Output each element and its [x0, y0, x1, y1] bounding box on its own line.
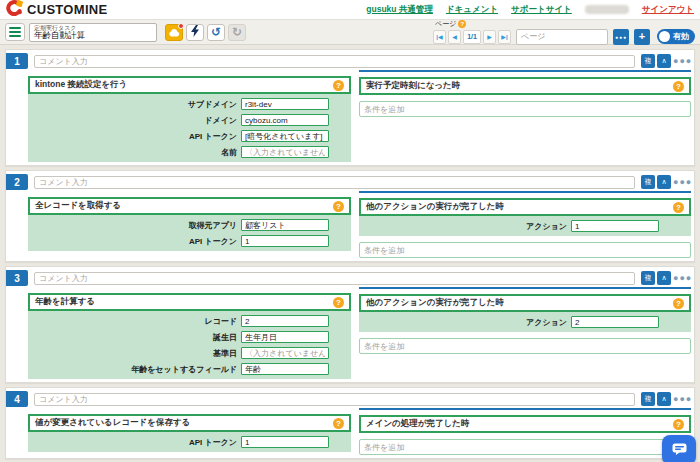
- first-page-button[interactable]: |◀: [433, 30, 446, 44]
- action-number-badge: 3: [6, 270, 28, 286]
- action-section-3: 3 複 ∧ ●●● 年齢を計算する ? レコード 誕生日 基準日: [5, 266, 695, 383]
- redo-icon: ↻: [232, 25, 242, 39]
- page-more-button[interactable]: ●●●: [613, 29, 629, 45]
- nav-link-gusuku-admin[interactable]: gusuku 共通管理: [366, 4, 433, 16]
- help-icon[interactable]: ?: [333, 201, 344, 212]
- redo-button[interactable]: ↻: [228, 24, 246, 41]
- help-icon[interactable]: ?: [333, 418, 344, 429]
- task-name-field[interactable]: 定期実行タスク 年齢自動計算: [29, 23, 157, 42]
- trigger-title: 他のアクションの実行が完了した時: [366, 201, 504, 213]
- duplicate-button[interactable]: 複: [641, 54, 655, 68]
- field-label: 年齢をセットするフィールド: [28, 364, 237, 375]
- condition-input[interactable]: [359, 338, 691, 354]
- field-label: レコード: [28, 316, 237, 327]
- page-indicator: 1/1: [463, 30, 481, 44]
- name-input[interactable]: [241, 146, 329, 158]
- duplicate-button[interactable]: 複: [641, 271, 655, 285]
- page-select[interactable]: ページ: [516, 29, 608, 45]
- section-menu-button[interactable]: ●●●: [673, 177, 691, 187]
- chat-widget-button[interactable]: [662, 435, 696, 462]
- collapse-button[interactable]: ∧: [657, 392, 671, 406]
- action-card: 値が変更されているレコードを保存する ? API トークン: [28, 414, 351, 452]
- nav-link-documents[interactable]: ドキュメント: [446, 4, 498, 16]
- action-title: 値が変更されているレコードを保存する: [35, 417, 190, 429]
- field-label: API トークン: [28, 236, 237, 247]
- notification-dot: [178, 23, 184, 29]
- comment-input[interactable]: [34, 55, 635, 68]
- help-icon[interactable]: ?: [673, 81, 684, 92]
- page-help-icon[interactable]: ?: [458, 20, 466, 28]
- birthday-input[interactable]: [241, 331, 329, 343]
- notification-button[interactable]: [165, 24, 183, 41]
- lightning-icon: [191, 23, 200, 41]
- duplicate-button[interactable]: 複: [641, 392, 655, 406]
- nav-link-support[interactable]: サポートサイト: [511, 4, 572, 16]
- prev-page-button[interactable]: ◀: [448, 30, 461, 44]
- toggle-knob: [659, 31, 670, 42]
- help-icon[interactable]: ?: [673, 419, 684, 430]
- action-number-badge: 2: [6, 174, 28, 190]
- collapse-button[interactable]: ∧: [657, 54, 671, 68]
- page-add-button[interactable]: +: [634, 29, 650, 45]
- header-nav: gusuku 共通管理 ドキュメント サポートサイト サインアウト: [366, 4, 694, 16]
- trigger-action-input[interactable]: [571, 316, 659, 328]
- field-label: 名前: [28, 147, 237, 158]
- help-icon[interactable]: ?: [673, 202, 684, 213]
- undo-icon: ↺: [211, 25, 221, 39]
- section-menu-button[interactable]: ●●●: [673, 56, 691, 66]
- task-name-value: 年齢自動計算: [34, 31, 152, 40]
- help-icon[interactable]: ?: [673, 298, 684, 309]
- api-token-input[interactable]: [241, 130, 329, 142]
- chat-bubble-icon: [672, 441, 687, 459]
- source-app-input[interactable]: [241, 219, 329, 231]
- record-input[interactable]: [241, 315, 329, 327]
- trigger-card: 他のアクションの実行が完了した時 ? アクション: [359, 294, 691, 332]
- field-label: 誕生日: [28, 332, 237, 343]
- section-menu-button[interactable]: ●●●: [673, 273, 691, 283]
- customine-logo-icon: [6, 0, 23, 20]
- action-title: 全レコードを取得する: [35, 200, 121, 212]
- domain-input[interactable]: [241, 114, 329, 126]
- action-section-4: 4 複 ∧ ●●● 値が変更されているレコードを保存する ? API トークン: [5, 387, 695, 459]
- last-page-button[interactable]: ▶|: [498, 30, 511, 44]
- age-field-input[interactable]: [241, 363, 329, 375]
- trigger-title: 実行予定時刻になった時: [366, 80, 460, 92]
- condition-input[interactable]: [359, 242, 691, 258]
- enabled-toggle[interactable]: 有効: [657, 29, 695, 44]
- action-section-2: 2 複 ∧ ●●● 全レコードを取得する ? 取得元アプリ API トークン: [5, 170, 695, 262]
- comment-input[interactable]: [34, 176, 635, 189]
- action-card: kintone 接続設定を行う ? サブドメイン ドメイン API トークン 名…: [28, 76, 351, 162]
- comment-input[interactable]: [34, 393, 635, 406]
- trigger-card: 他のアクションの実行が完了した時 ? アクション: [359, 198, 691, 236]
- trigger-title: 他のアクションの実行が完了した時: [366, 297, 504, 309]
- field-label: 取得元アプリ: [28, 220, 237, 231]
- user-name-redacted: [585, 5, 629, 14]
- help-icon[interactable]: ?: [333, 297, 344, 308]
- menu-button[interactable]: [5, 23, 25, 41]
- action-card: 全レコードを取得する ? 取得元アプリ API トークン: [28, 197, 351, 251]
- field-label: アクション: [359, 221, 567, 232]
- condition-input[interactable]: [359, 439, 691, 455]
- duplicate-button[interactable]: 複: [641, 175, 655, 189]
- action-list: 1 複 ∧ ●●● kintone 接続設定を行う ? サブドメイン ドメイン: [0, 45, 700, 462]
- collapse-button[interactable]: ∧: [657, 271, 671, 285]
- run-button[interactable]: [186, 24, 204, 41]
- api-token-input[interactable]: [241, 235, 329, 247]
- api-token-input[interactable]: [241, 436, 329, 448]
- next-page-button[interactable]: ▶: [483, 30, 496, 44]
- toolbar: 定期実行タスク 年齢自動計算 ↺ ↻ ページ ? |◀ ◀ 1/1 ▶ ▶| ペ…: [0, 20, 700, 45]
- undo-button[interactable]: ↺: [207, 24, 225, 41]
- subdomain-input[interactable]: [241, 98, 329, 110]
- action-card: 年齢を計算する ? レコード 誕生日 基準日 年齢をセットするフィールド: [28, 293, 351, 379]
- comment-input[interactable]: [34, 272, 635, 285]
- section-menu-button[interactable]: ●●●: [673, 394, 691, 404]
- help-icon[interactable]: ?: [333, 80, 344, 91]
- action-title: 年齢を計算する: [35, 296, 95, 308]
- condition-input[interactable]: [359, 101, 691, 117]
- action-number-badge: 4: [6, 391, 28, 407]
- field-label: サブドメイン: [28, 99, 237, 110]
- signout-link[interactable]: サインアウト: [642, 4, 694, 16]
- trigger-action-input[interactable]: [571, 220, 659, 232]
- base-date-input[interactable]: [241, 347, 329, 359]
- collapse-button[interactable]: ∧: [657, 175, 671, 189]
